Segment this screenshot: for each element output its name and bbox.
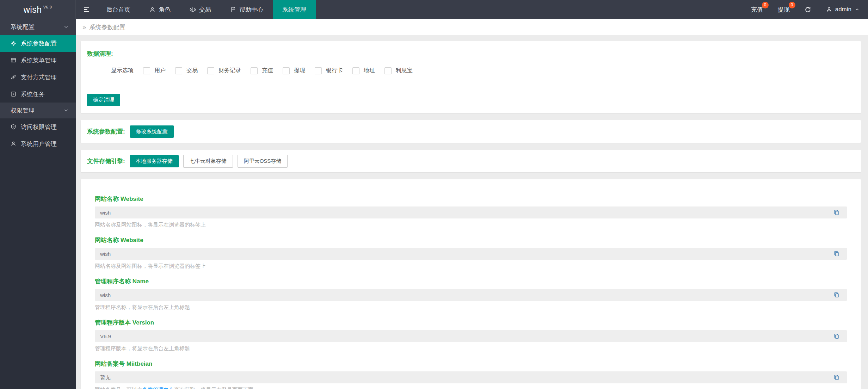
admin-user-menu[interactable]: admin: [826, 6, 860, 13]
breadcrumb: » 系统参数配置: [76, 19, 868, 35]
checkbox-label: 提现: [294, 67, 305, 74]
nav-item-dashboard[interactable]: 后台首页: [97, 0, 140, 19]
website-name-input-1[interactable]: [95, 206, 847, 218]
miitbeian-input[interactable]: [95, 371, 847, 383]
checkbox-box[interactable]: [143, 67, 150, 74]
checkbox-finance-records[interactable]: 财务记录: [207, 67, 241, 74]
sidebar-item-system-params[interactable]: 系统参数配置: [0, 35, 76, 52]
recharge-label: 充值: [751, 6, 763, 13]
field-label: 管理程序版本 Version: [95, 319, 847, 327]
nav-item-trade[interactable]: 交易: [180, 0, 221, 19]
sidebar-item-label: 系统用户管理: [21, 140, 57, 148]
data-cleanup-card: 数据清理: 显示选项 用户 交易 财务记录 充值 提现: [81, 41, 861, 113]
nav-item-label: 交易: [199, 6, 211, 14]
site-settings-form-card: 网站名称 Website 网站名称及网站图标，将显示在浏览器的标签上 网站名称 …: [81, 179, 861, 389]
help-text: 网站备案号，可以在: [95, 387, 142, 389]
nav-item-label: 后台首页: [106, 6, 130, 14]
cleanup-options-row: 显示选项 用户 交易 财务记录 充值 提现: [111, 67, 855, 74]
person-icon: [149, 7, 155, 13]
sidebar-item-payment-methods[interactable]: 支付方式管理: [0, 69, 76, 86]
field-website-name-2: 网站名称 Website 网站名称及网站图标，将显示在浏览器的标签上: [95, 236, 847, 270]
checkbox-box[interactable]: [251, 67, 258, 74]
copy-icon[interactable]: [833, 333, 839, 339]
nav-item-label: 帮助中心: [239, 6, 263, 14]
refresh-icon: [805, 6, 811, 13]
sidebar-item-label: 系统任务: [21, 90, 45, 98]
field-admin-version: 管理程序版本 Version 管理程序版本，将显示在后台左上角标题: [95, 319, 847, 352]
recharge-link[interactable]: 充值 0: [751, 6, 763, 14]
breadcrumb-title: 系统参数配置: [90, 23, 125, 31]
nav-item-help-center[interactable]: 帮助中心: [221, 0, 273, 19]
nav-item-label: 系统管理: [282, 6, 306, 14]
refresh-button[interactable]: [805, 6, 811, 13]
sidebar-item-system-tasks[interactable]: 系统任务: [0, 86, 76, 103]
help-text: 查询获取，将显示在登录页面下面: [174, 387, 253, 389]
checkbox-box[interactable]: [175, 67, 182, 74]
checkbox-label: 利息宝: [396, 67, 413, 74]
website-name-input-2[interactable]: [95, 248, 847, 260]
nav-item-system-management[interactable]: 系统管理: [273, 0, 316, 19]
recharge-badge: 0: [762, 2, 769, 8]
main-nav: 后台首页 角色 交易 帮助中心 系统管理: [97, 0, 316, 19]
sidebar-item-label: 系统菜单管理: [21, 56, 57, 64]
window-menu-icon: [11, 57, 16, 63]
checkbox-interest-treasure[interactable]: 利息宝: [384, 67, 413, 74]
checkbox-box[interactable]: [384, 67, 392, 74]
storage-option-aliyun-oss-button[interactable]: 阿里云OSS存储: [238, 155, 288, 168]
checkbox-box[interactable]: [207, 67, 214, 74]
field-label: 网站备案号 Miitbeian: [95, 360, 847, 368]
sidebar-item-system-users[interactable]: 系统用户管理: [0, 135, 76, 152]
scales-icon: [190, 6, 196, 13]
field-help: 网站备案号，可以在备案管理中心查询获取，将显示在登录页面下面: [95, 387, 847, 389]
admin-name-input[interactable]: [95, 289, 847, 301]
checkbox-trades[interactable]: 交易: [175, 67, 198, 74]
storage-engine-label: 文件存储引擎:: [87, 157, 125, 165]
checkbox-recharges[interactable]: 充值: [251, 67, 273, 74]
field-label: 管理程序名称 Name: [95, 277, 847, 285]
storage-option-qiniu-button[interactable]: 七牛云对象存储: [183, 155, 233, 168]
system-params-label: 系统参数配置:: [87, 128, 125, 136]
admin-version-input[interactable]: [95, 330, 847, 342]
copy-icon[interactable]: [833, 210, 839, 216]
flag-icon: [230, 7, 236, 13]
withdraw-badge: 0: [789, 2, 795, 8]
checkbox-bank-cards[interactable]: 银行卡: [315, 67, 343, 74]
sidebar-section-permissions[interactable]: 权限管理: [0, 103, 76, 118]
checkbox-box[interactable]: [352, 67, 359, 74]
confirm-cleanup-button[interactable]: 确定清理: [87, 94, 120, 106]
copy-icon[interactable]: [833, 251, 839, 257]
system-params-card: 系统参数配置: 修改系统配置: [81, 120, 861, 143]
copy-icon[interactable]: [833, 292, 839, 298]
sidebar-item-label: 访问权限管理: [21, 123, 57, 131]
checkbox-box[interactable]: [283, 67, 290, 74]
admin-username: admin: [835, 6, 851, 13]
sidebar: 系统配置 系统参数配置 系统菜单管理 支付方式管理 系统任务 权限管理: [0, 19, 76, 389]
task-play-icon: [11, 91, 16, 97]
checkbox-label: 银行卡: [326, 67, 343, 74]
modify-system-config-button[interactable]: 修改系统配置: [130, 125, 174, 138]
checkbox-label: 财务记录: [218, 67, 241, 74]
checkbox-box[interactable]: [315, 67, 322, 74]
checkbox-withdrawals[interactable]: 提现: [283, 67, 305, 74]
chevron-up-icon: [855, 7, 860, 12]
person-icon: [11, 141, 16, 147]
beian-center-link[interactable]: 备案管理中心: [142, 387, 174, 389]
field-miitbeian: 网站备案号 Miitbeian 网站备案号，可以在备案管理中心查询获取，将显示在…: [95, 360, 847, 389]
shield-check-icon: [11, 124, 16, 130]
storage-engine-card: 文件存储引擎: 本地服务器存储 七牛云对象存储 阿里云OSS存储: [81, 150, 861, 172]
withdraw-link[interactable]: 提现 0: [778, 6, 790, 14]
storage-option-local-button[interactable]: 本地服务器存储: [130, 155, 179, 167]
checkbox-label: 充值: [262, 67, 273, 74]
sidebar-section-system-config[interactable]: 系统配置: [0, 19, 76, 35]
sidebar-item-access-permissions[interactable]: 访问权限管理: [0, 118, 76, 135]
checkbox-users[interactable]: 用户: [143, 67, 166, 74]
sidebar-item-label: 系统参数配置: [21, 39, 57, 48]
sidebar-item-system-menu[interactable]: 系统菜单管理: [0, 52, 76, 69]
field-help: 管理程序名称，将显示在后台左上角标题: [95, 304, 847, 311]
sidebar-toggle-icon[interactable]: [76, 0, 97, 19]
copy-icon[interactable]: [833, 375, 839, 381]
nav-item-roles[interactable]: 角色: [140, 0, 180, 19]
checkbox-addresses[interactable]: 地址: [352, 67, 375, 74]
checkbox-label: 用户: [154, 67, 166, 74]
field-help: 网站名称及网站图标，将显示在浏览器的标签上: [95, 222, 847, 228]
